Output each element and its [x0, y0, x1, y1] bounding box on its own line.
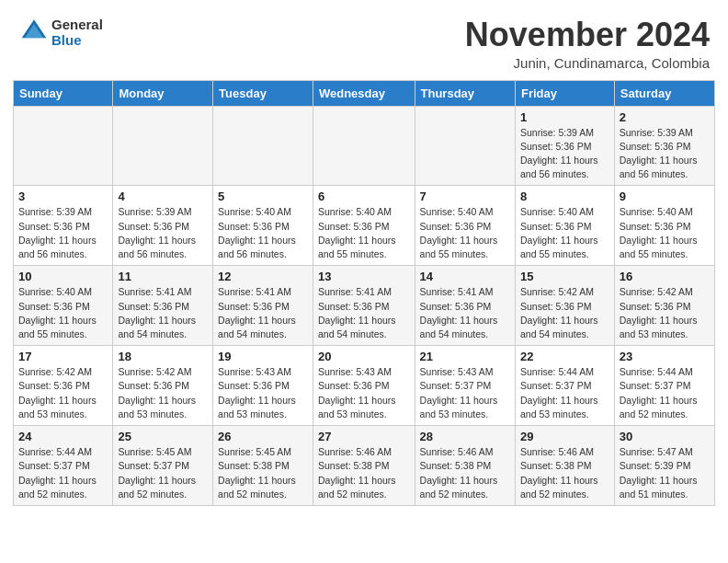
day-number: 3 [18, 190, 108, 203]
day-info: Sunrise: 5:39 AMSunset: 5:36 PMDaylight:… [118, 205, 208, 261]
day-number: 11 [118, 270, 208, 283]
calendar-day-header: Sunday [14, 80, 113, 106]
calendar-cell: 29Sunrise: 5:46 AMSunset: 5:38 PMDayligh… [515, 426, 614, 506]
calendar-day-header: Monday [113, 80, 213, 106]
day-info: Sunrise: 5:40 AMSunset: 5:36 PMDaylight:… [420, 205, 510, 261]
calendar-table: SundayMondayTuesdayWednesdayThursdayFrid… [13, 80, 715, 506]
calendar-week-row: 24Sunrise: 5:44 AMSunset: 5:37 PMDayligh… [14, 426, 715, 506]
calendar-cell: 23Sunrise: 5:44 AMSunset: 5:37 PMDayligh… [614, 346, 714, 426]
day-info: Sunrise: 5:41 AMSunset: 5:36 PMDaylight:… [318, 285, 410, 341]
day-info: Sunrise: 5:44 AMSunset: 5:37 PMDaylight:… [520, 365, 609, 421]
day-number: 29 [520, 430, 609, 443]
day-info: Sunrise: 5:46 AMSunset: 5:38 PMDaylight:… [318, 445, 410, 501]
day-number: 14 [420, 270, 510, 283]
day-info: Sunrise: 5:41 AMSunset: 5:36 PMDaylight:… [118, 285, 208, 341]
calendar-cell: 3Sunrise: 5:39 AMSunset: 5:36 PMDaylight… [14, 186, 113, 266]
calendar-cell: 2Sunrise: 5:39 AMSunset: 5:36 PMDaylight… [614, 106, 714, 186]
calendar-cell: 12Sunrise: 5:41 AMSunset: 5:36 PMDayligh… [213, 266, 313, 346]
calendar-cell [415, 106, 515, 186]
day-number: 30 [620, 430, 710, 443]
day-number: 8 [520, 190, 609, 203]
calendar-cell: 18Sunrise: 5:42 AMSunset: 5:36 PMDayligh… [113, 346, 213, 426]
calendar-cell: 16Sunrise: 5:42 AMSunset: 5:36 PMDayligh… [614, 266, 714, 346]
day-info: Sunrise: 5:44 AMSunset: 5:37 PMDaylight:… [620, 365, 710, 421]
day-number: 24 [18, 430, 108, 443]
calendar-cell: 9Sunrise: 5:40 AMSunset: 5:36 PMDaylight… [614, 186, 714, 266]
day-info: Sunrise: 5:45 AMSunset: 5:38 PMDaylight:… [218, 445, 308, 501]
month-title: November 2024 [465, 17, 710, 53]
day-info: Sunrise: 5:42 AMSunset: 5:36 PMDaylight:… [118, 365, 208, 421]
calendar-week-row: 17Sunrise: 5:42 AMSunset: 5:36 PMDayligh… [14, 346, 715, 426]
day-info: Sunrise: 5:40 AMSunset: 5:36 PMDaylight:… [218, 205, 308, 261]
logo: General Blue [18, 17, 103, 49]
calendar-cell: 26Sunrise: 5:45 AMSunset: 5:38 PMDayligh… [213, 426, 313, 506]
calendar-header-row: SundayMondayTuesdayWednesdayThursdayFrid… [14, 80, 715, 106]
calendar-day-header: Wednesday [313, 80, 415, 106]
calendar-cell: 5Sunrise: 5:40 AMSunset: 5:36 PMDaylight… [213, 186, 313, 266]
calendar-cell: 4Sunrise: 5:39 AMSunset: 5:36 PMDaylight… [113, 186, 213, 266]
location: Junin, Cundinamarca, Colombia [465, 55, 710, 71]
day-info: Sunrise: 5:44 AMSunset: 5:37 PMDaylight:… [18, 445, 108, 501]
day-number: 5 [218, 190, 308, 203]
day-info: Sunrise: 5:42 AMSunset: 5:36 PMDaylight:… [520, 285, 609, 341]
calendar-cell: 10Sunrise: 5:40 AMSunset: 5:36 PMDayligh… [14, 266, 113, 346]
day-info: Sunrise: 5:42 AMSunset: 5:36 PMDaylight:… [18, 365, 108, 421]
calendar-cell [113, 106, 213, 186]
day-number: 20 [318, 350, 410, 363]
calendar-cell [213, 106, 313, 186]
day-number: 15 [520, 270, 609, 283]
day-number: 9 [620, 190, 710, 203]
calendar-day-header: Saturday [614, 80, 714, 106]
day-info: Sunrise: 5:39 AMSunset: 5:36 PMDaylight:… [620, 126, 710, 182]
day-info: Sunrise: 5:39 AMSunset: 5:36 PMDaylight:… [18, 205, 108, 261]
day-number: 27 [318, 430, 410, 443]
calendar-cell: 8Sunrise: 5:40 AMSunset: 5:36 PMDaylight… [515, 186, 614, 266]
calendar-cell: 17Sunrise: 5:42 AMSunset: 5:36 PMDayligh… [14, 346, 113, 426]
day-number: 7 [420, 190, 510, 203]
calendar-cell: 27Sunrise: 5:46 AMSunset: 5:38 PMDayligh… [313, 426, 415, 506]
calendar-cell: 30Sunrise: 5:47 AMSunset: 5:39 PMDayligh… [614, 426, 714, 506]
logo-blue: Blue [51, 32, 103, 48]
day-info: Sunrise: 5:47 AMSunset: 5:39 PMDaylight:… [620, 445, 710, 501]
day-number: 22 [520, 350, 609, 363]
day-info: Sunrise: 5:40 AMSunset: 5:36 PMDaylight:… [520, 205, 609, 261]
calendar-cell: 1Sunrise: 5:39 AMSunset: 5:36 PMDaylight… [515, 106, 614, 186]
day-info: Sunrise: 5:45 AMSunset: 5:37 PMDaylight:… [118, 445, 208, 501]
calendar-cell: 11Sunrise: 5:41 AMSunset: 5:36 PMDayligh… [113, 266, 213, 346]
calendar-cell: 19Sunrise: 5:43 AMSunset: 5:36 PMDayligh… [213, 346, 313, 426]
day-info: Sunrise: 5:39 AMSunset: 5:36 PMDaylight:… [520, 126, 609, 182]
day-info: Sunrise: 5:40 AMSunset: 5:36 PMDaylight:… [18, 285, 108, 341]
day-info: Sunrise: 5:40 AMSunset: 5:36 PMDaylight:… [318, 205, 410, 261]
day-info: Sunrise: 5:46 AMSunset: 5:38 PMDaylight:… [420, 445, 510, 501]
day-info: Sunrise: 5:43 AMSunset: 5:36 PMDaylight:… [318, 365, 410, 421]
day-number: 12 [218, 270, 308, 283]
calendar-cell: 6Sunrise: 5:40 AMSunset: 5:36 PMDaylight… [313, 186, 415, 266]
calendar-week-row: 3Sunrise: 5:39 AMSunset: 5:36 PMDaylight… [14, 186, 715, 266]
day-info: Sunrise: 5:41 AMSunset: 5:36 PMDaylight:… [218, 285, 308, 341]
title-block: November 2024 Junin, Cundinamarca, Colom… [465, 17, 710, 71]
day-info: Sunrise: 5:42 AMSunset: 5:36 PMDaylight:… [620, 285, 710, 341]
calendar-cell: 25Sunrise: 5:45 AMSunset: 5:37 PMDayligh… [113, 426, 213, 506]
day-info: Sunrise: 5:46 AMSunset: 5:38 PMDaylight:… [520, 445, 609, 501]
calendar-cell: 13Sunrise: 5:41 AMSunset: 5:36 PMDayligh… [313, 266, 415, 346]
day-number: 25 [118, 430, 208, 443]
calendar-cell: 21Sunrise: 5:43 AMSunset: 5:37 PMDayligh… [415, 346, 515, 426]
day-info: Sunrise: 5:41 AMSunset: 5:36 PMDaylight:… [420, 285, 510, 341]
day-number: 17 [18, 350, 108, 363]
day-info: Sunrise: 5:43 AMSunset: 5:37 PMDaylight:… [420, 365, 510, 421]
calendar-day-header: Tuesday [213, 80, 313, 106]
calendar-cell [313, 106, 415, 186]
day-number: 18 [118, 350, 208, 363]
calendar-body: 1Sunrise: 5:39 AMSunset: 5:36 PMDaylight… [14, 106, 715, 505]
day-info: Sunrise: 5:43 AMSunset: 5:36 PMDaylight:… [218, 365, 308, 421]
day-number: 2 [620, 110, 710, 124]
day-number: 16 [620, 270, 710, 283]
day-number: 26 [218, 430, 308, 443]
calendar-cell: 7Sunrise: 5:40 AMSunset: 5:36 PMDaylight… [415, 186, 515, 266]
calendar-week-row: 1Sunrise: 5:39 AMSunset: 5:36 PMDaylight… [14, 106, 715, 186]
day-info: Sunrise: 5:40 AMSunset: 5:36 PMDaylight:… [620, 205, 710, 261]
calendar-cell: 15Sunrise: 5:42 AMSunset: 5:36 PMDayligh… [515, 266, 614, 346]
day-number: 4 [118, 190, 208, 203]
calendar-week-row: 10Sunrise: 5:40 AMSunset: 5:36 PMDayligh… [14, 266, 715, 346]
page: General Blue November 2024 Junin, Cundin… [0, 0, 728, 519]
